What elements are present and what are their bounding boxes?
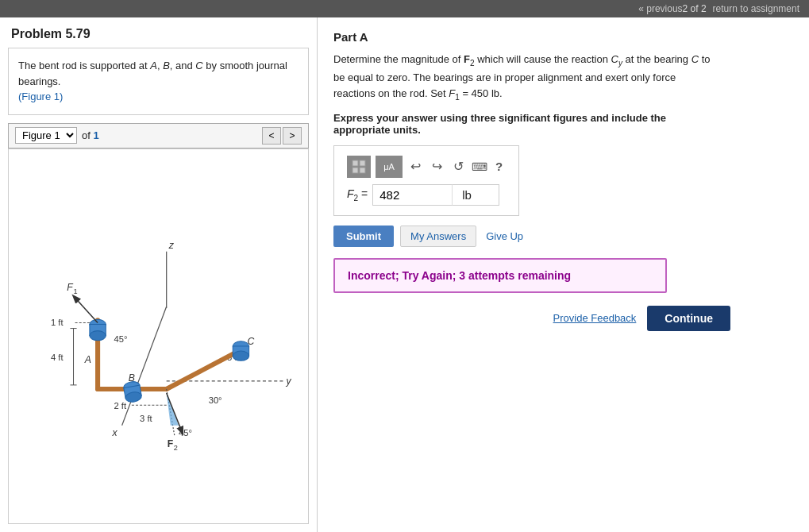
right-panel: Part A Determine the magnitude of F2 whi…	[318, 17, 809, 532]
keyboard-btn[interactable]: ⌨	[472, 160, 487, 173]
svg-text:2: 2	[174, 444, 178, 452]
svg-text:2 ft: 2 ft	[114, 401, 126, 411]
nav-previous[interactable]: « previous	[638, 3, 682, 14]
figure-next-btn[interactable]: >	[283, 127, 302, 145]
svg-text:1 ft: 1 ft	[51, 318, 64, 327]
part-label: Part A	[333, 30, 793, 44]
figure-svg: z x y 1 ft 4 ft 2 ft	[9, 149, 308, 524]
problem-description: The bent rod is supported at A, B, and C…	[8, 48, 309, 115]
answer-box: μA ↩ ↪ ↺ ⌨ ? F2 = lb	[333, 145, 519, 216]
figure-select[interactable]: Figure 1	[15, 127, 77, 144]
action-row: Submit My Answers Give Up	[333, 226, 793, 247]
svg-text:45°: 45°	[114, 333, 127, 343]
undo-btn[interactable]: ↩	[407, 157, 424, 175]
svg-point-31	[233, 351, 248, 360]
provide-feedback-link[interactable]: Provide Feedback	[553, 312, 637, 324]
svg-text:30°: 30°	[209, 395, 222, 405]
help-btn[interactable]: ?	[492, 158, 506, 175]
figure-of-num: 1	[93, 129, 98, 141]
mu-label: μA	[383, 162, 395, 172]
answer-input[interactable]	[372, 184, 452, 206]
part-instruction: Express your answer using three signific…	[333, 112, 715, 136]
svg-point-25	[90, 330, 106, 340]
svg-rect-45	[352, 168, 358, 173]
figure-of-label: of 1	[82, 129, 99, 141]
figure-nav: Figure 1 of 1 < >	[8, 123, 309, 148]
answer-unit: lb	[452, 184, 499, 206]
svg-text:z: z	[168, 239, 175, 250]
svg-rect-44	[360, 160, 365, 166]
matrix-btn[interactable]	[347, 156, 371, 178]
svg-text:x: x	[111, 427, 117, 438]
svg-text:y: y	[285, 375, 291, 386]
part-description: Determine the magnitude of F2 which will…	[333, 52, 715, 104]
mu-btn[interactable]: μA	[376, 156, 403, 178]
matrix-icon	[352, 160, 366, 174]
answer-label: F2 =	[347, 187, 368, 202]
my-answers-button[interactable]: My Answers	[400, 226, 476, 247]
figure-link[interactable]: (Figure 1)	[18, 91, 63, 102]
svg-rect-0	[9, 219, 308, 453]
nav-return[interactable]: return to assignment	[713, 3, 799, 14]
svg-text:A: A	[84, 354, 91, 365]
refresh-btn[interactable]: ↺	[450, 157, 467, 175]
svg-text:C: C	[248, 335, 255, 346]
svg-rect-46	[360, 168, 365, 173]
answer-row: F2 = lb	[347, 184, 506, 206]
svg-text:4 ft: 4 ft	[51, 353, 64, 362]
submit-button[interactable]: Submit	[333, 226, 394, 247]
problem-title: Problem 5.79	[0, 17, 317, 48]
svg-text:3 ft: 3 ft	[140, 413, 152, 422]
description-text: The bent rod is supported at A, B, and C…	[18, 60, 287, 87]
toolbar: μA ↩ ↪ ↺ ⌨ ?	[347, 156, 506, 178]
svg-text:F: F	[168, 438, 174, 449]
nav-position: 2 of 2	[683, 3, 707, 14]
figure-prev-btn[interactable]: <	[262, 127, 281, 145]
continue-button[interactable]: Continue	[647, 306, 730, 331]
main-container: Problem 5.79 The bent rod is supported a…	[0, 17, 809, 532]
feedback-box: Incorrect; Try Again; 3 attempts remaini…	[333, 258, 667, 293]
top-bar: « previous 2 of 2 return to assignment	[0, 0, 809, 17]
bottom-row: Provide Feedback Continue	[333, 306, 730, 331]
svg-text:1: 1	[74, 287, 78, 295]
left-panel: Problem 5.79 The bent rod is supported a…	[0, 17, 318, 532]
svg-rect-43	[352, 160, 358, 166]
redo-btn[interactable]: ↪	[429, 157, 445, 175]
give-up-button[interactable]: Give Up	[483, 226, 526, 246]
svg-text:B: B	[129, 372, 135, 383]
figure-area: z x y 1 ft 4 ft 2 ft	[8, 148, 309, 525]
